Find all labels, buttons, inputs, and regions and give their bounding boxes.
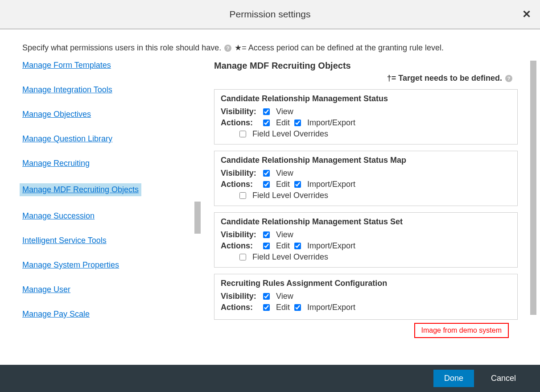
view-label: View bbox=[276, 169, 293, 178]
field-level-overrides-label: Field Level Overrides bbox=[252, 252, 328, 262]
sidebar-item[interactable]: Manage Form Templates bbox=[22, 61, 187, 70]
sidebar-item-link[interactable]: Manage Pay Scale bbox=[22, 309, 90, 318]
help-icon[interactable]: ? bbox=[505, 75, 512, 82]
sidebar-item-link[interactable]: Manage Succession bbox=[22, 211, 95, 220]
permission-group-title: Recruiting Rules Assignment Configuratio… bbox=[221, 279, 511, 288]
actions-label: Actions: bbox=[221, 180, 263, 189]
visibility-row: Visibility:View bbox=[221, 292, 511, 301]
sidebar-item-link[interactable]: Manage System Properties bbox=[22, 260, 119, 269]
sub-heading: †= Target needs to be defined. ? bbox=[214, 74, 518, 83]
view-checkbox[interactable] bbox=[263, 231, 270, 238]
import-export-checkbox[interactable] bbox=[294, 304, 301, 311]
view-label: View bbox=[276, 292, 293, 301]
edit-checkbox[interactable] bbox=[263, 120, 270, 126]
actions-label: Actions: bbox=[221, 118, 263, 128]
sub-heading-text: †= Target needs to be defined. bbox=[387, 74, 502, 83]
actions-row: Actions:EditImport/Export bbox=[221, 118, 511, 128]
import-export-label: Import/Export bbox=[307, 303, 355, 312]
sidebar-item-link[interactable]: Manage Question Library bbox=[22, 134, 112, 143]
visibility-row: Visibility:View bbox=[221, 230, 511, 239]
sidebar-item-link[interactable]: Manage Form Templates bbox=[22, 61, 111, 70]
sidebar-item[interactable]: Intelligent Service Tools bbox=[22, 236, 187, 245]
sidebar: Manage Form TemplatesManage Integration … bbox=[22, 61, 196, 337]
permission-group-title: Candidate Relationship Management Status bbox=[221, 94, 511, 103]
view-label: View bbox=[276, 107, 293, 116]
cancel-button[interactable]: Cancel bbox=[480, 370, 527, 387]
actions-row: Actions:EditImport/Export bbox=[221, 180, 511, 189]
sidebar-item-link[interactable]: Intelligent Service Tools bbox=[22, 236, 107, 245]
intro-text-before: Specify what permissions users in this r… bbox=[22, 43, 221, 52]
view-checkbox[interactable] bbox=[263, 293, 270, 300]
close-icon[interactable]: ✕ bbox=[522, 9, 531, 20]
import-export-checkbox[interactable] bbox=[294, 243, 301, 249]
intro-text-after: ★= Access period can be defined at the g… bbox=[235, 43, 444, 52]
visibility-row: Visibility:View bbox=[221, 107, 511, 116]
sidebar-item-link[interactable]: Manage Objectives bbox=[22, 110, 91, 119]
permission-group: Recruiting Rules Assignment Configuratio… bbox=[214, 274, 518, 320]
field-level-overrides-label: Field Level Overrides bbox=[252, 191, 328, 200]
done-button[interactable]: Done bbox=[433, 370, 474, 387]
permission-group-title: Candidate Relationship Management Status… bbox=[221, 217, 511, 227]
import-export-label: Import/Export bbox=[307, 180, 355, 189]
intro-text: Specify what permissions users in this r… bbox=[22, 43, 518, 53]
permission-group: Candidate Relationship Management Status… bbox=[214, 89, 518, 144]
visibility-label: Visibility: bbox=[221, 230, 263, 239]
view-label: View bbox=[276, 230, 293, 239]
visibility-label: Visibility: bbox=[221, 107, 263, 116]
permission-group: Candidate Relationship Management Status… bbox=[214, 151, 518, 206]
sidebar-item[interactable]: Manage Succession bbox=[22, 211, 187, 221]
field-level-overrides-label: Field Level Overrides bbox=[252, 129, 328, 139]
sidebar-list: Manage Form TemplatesManage Integration … bbox=[22, 61, 187, 319]
view-checkbox[interactable] bbox=[263, 170, 270, 177]
import-export-label: Import/Export bbox=[307, 241, 355, 251]
visibility-label: Visibility: bbox=[221, 169, 263, 178]
sidebar-item-link[interactable]: Manage MDF Recruiting Objects bbox=[22, 185, 139, 194]
sidebar-item-link[interactable]: Manage Integration Tools bbox=[22, 85, 112, 94]
edit-label: Edit bbox=[276, 303, 290, 312]
demo-system-badge: Image from demo system bbox=[414, 323, 509, 338]
field-level-overrides-checkbox[interactable] bbox=[239, 131, 246, 137]
edit-checkbox[interactable] bbox=[263, 243, 270, 249]
sidebar-item[interactable]: Manage System Properties bbox=[22, 260, 187, 270]
sidebar-item[interactable]: Manage Question Library bbox=[22, 134, 187, 144]
view-checkbox[interactable] bbox=[263, 108, 270, 115]
field-level-overrides-row: Field Level Overrides bbox=[221, 129, 511, 139]
permission-group-title: Candidate Relationship Management Status… bbox=[221, 156, 511, 165]
field-level-overrides-checkbox[interactable] bbox=[239, 192, 246, 199]
actions-label: Actions: bbox=[221, 241, 263, 251]
sidebar-item[interactable]: Manage Pay Scale bbox=[22, 309, 187, 319]
help-icon[interactable]: ? bbox=[224, 45, 231, 52]
dialog-content: Specify what permissions users in this r… bbox=[0, 29, 540, 365]
import-export-checkbox[interactable] bbox=[294, 181, 301, 188]
actions-row: Actions:EditImport/Export bbox=[221, 303, 511, 312]
main-heading: Manage MDF Recruiting Objects bbox=[214, 61, 518, 71]
edit-label: Edit bbox=[276, 241, 290, 251]
edit-label: Edit bbox=[276, 180, 290, 189]
sidebar-item[interactable]: Manage Objectives bbox=[22, 110, 187, 119]
actions-label: Actions: bbox=[221, 303, 263, 312]
main-panel: Manage MDF Recruiting Objects †= Target … bbox=[196, 61, 518, 337]
edit-checkbox[interactable] bbox=[263, 181, 270, 188]
sidebar-item[interactable]: Manage Recruiting bbox=[22, 159, 187, 168]
sidebar-item[interactable]: Manage MDF Recruiting Objects bbox=[20, 183, 141, 196]
main-scrollbar-thumb[interactable] bbox=[530, 61, 536, 315]
field-level-overrides-row: Field Level Overrides bbox=[221, 252, 511, 262]
actions-row: Actions:EditImport/Export bbox=[221, 241, 511, 251]
import-export-checkbox[interactable] bbox=[294, 120, 301, 126]
visibility-row: Visibility:View bbox=[221, 169, 511, 178]
sidebar-item-link[interactable]: Manage Recruiting bbox=[22, 159, 90, 168]
sidebar-item-link[interactable]: Manage User bbox=[22, 285, 70, 294]
sidebar-item[interactable]: Manage Integration Tools bbox=[22, 85, 187, 95]
sidebar-item[interactable]: Manage User bbox=[22, 285, 187, 294]
dialog-header: Permission settings ✕ bbox=[0, 0, 540, 29]
dialog-footer: Done Cancel bbox=[0, 365, 540, 392]
import-export-label: Import/Export bbox=[307, 118, 355, 128]
edit-checkbox[interactable] bbox=[263, 304, 270, 311]
edit-label: Edit bbox=[276, 118, 290, 128]
field-level-overrides-checkbox[interactable] bbox=[239, 254, 246, 260]
visibility-label: Visibility: bbox=[221, 292, 263, 301]
permission-group: Candidate Relationship Management Status… bbox=[214, 212, 518, 268]
field-level-overrides-row: Field Level Overrides bbox=[221, 191, 511, 200]
dialog-title: Permission settings bbox=[229, 9, 310, 20]
